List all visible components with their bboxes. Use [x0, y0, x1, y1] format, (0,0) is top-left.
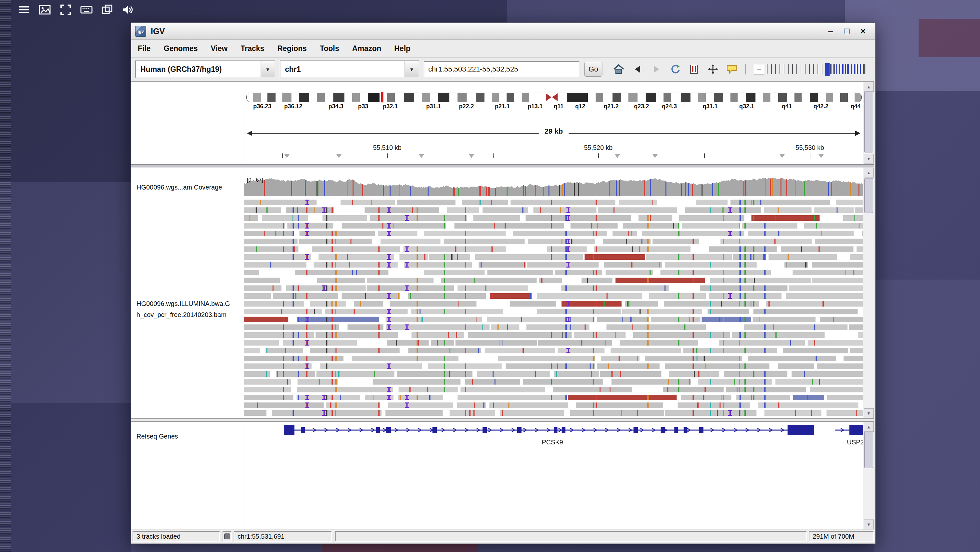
scrollbar-thumb[interactable]	[864, 432, 873, 468]
chromosome-select[interactable]: chr1 ▼	[280, 61, 419, 78]
menu-regions[interactable]: Regions	[277, 44, 307, 53]
region-marker-icon[interactable]	[336, 154, 342, 158]
alignment-track-canvas[interactable]	[244, 199, 863, 417]
zoom-slider[interactable]: −	[754, 63, 866, 76]
go-button[interactable]: Go	[584, 62, 603, 77]
chromosome-band	[706, 93, 714, 102]
back-arrow-icon[interactable]	[630, 62, 645, 77]
keyboard-icon[interactable]	[79, 3, 94, 17]
chromosome-band	[467, 93, 476, 102]
status-position: chr1:55,531,691	[234, 531, 332, 542]
chromosome-band	[352, 93, 360, 102]
region-marker-icon[interactable]	[652, 154, 658, 158]
status-message-box	[335, 531, 807, 542]
menu-bar: File Genomes View Tracks Regions Tools A…	[131, 40, 875, 57]
chromosome-band	[522, 93, 529, 102]
coverage-track-label[interactable]: HG00096.wgs...am Coverage	[137, 182, 222, 193]
chromosome-band	[778, 93, 787, 102]
panel-splitter[interactable]	[131, 164, 874, 168]
fit-to-window-icon[interactable]	[706, 62, 720, 77]
scroll-up-icon[interactable]: ▲	[864, 168, 874, 177]
centromere-icon	[546, 93, 551, 101]
minimize-button[interactable]: –	[824, 26, 837, 37]
chevron-down-icon[interactable]: ▼	[404, 61, 418, 77]
region-marker-icon[interactable]	[818, 154, 824, 158]
ruler-tick-label: 55,520 kb	[584, 144, 612, 152]
refresh-icon[interactable]	[668, 62, 682, 77]
copy-icon[interactable]	[100, 3, 115, 17]
alignment-panel: HG00096.wgs...am Coverage HG00096.wgs.IL…	[131, 168, 874, 419]
forward-arrow-icon[interactable]	[649, 62, 663, 77]
ruler-tick	[387, 153, 388, 158]
define-region-icon[interactable]	[687, 62, 701, 77]
window-title: IGV	[151, 27, 165, 36]
chromosome-band	[267, 93, 275, 102]
fullscreen-icon[interactable]	[59, 3, 73, 17]
region-marker-icon[interactable]	[284, 154, 290, 158]
chromosome-band	[714, 93, 723, 102]
menu-file[interactable]: File	[138, 44, 151, 53]
zoom-out-icon[interactable]: −	[754, 64, 764, 75]
coverage-track-canvas[interactable]	[244, 177, 863, 196]
scroll-up-icon[interactable]: ▲	[864, 82, 874, 92]
menu-tools[interactable]: Tools	[320, 44, 339, 53]
alignment-scrollbar[interactable]: ▲ ▼	[863, 168, 874, 418]
ruler-tick-label: 55,510 kb	[373, 144, 402, 152]
tooltip-bubble-icon[interactable]	[725, 62, 739, 77]
chromosome-band	[422, 93, 430, 102]
chromosome-band	[690, 93, 698, 102]
chromosome-band	[567, 93, 588, 102]
cytoband-label: p33	[358, 103, 368, 110]
menu-view[interactable]: View	[210, 44, 228, 53]
alignment-track-label[interactable]: HG00096.wgs.ILLUMINA.bwa.G h_cov_pcr_fre…	[137, 298, 230, 320]
menu-icon[interactable]	[17, 3, 31, 17]
scrollbar-thumb[interactable]	[864, 92, 873, 153]
menu-genomes[interactable]: Genomes	[164, 44, 198, 53]
title-bar[interactable]: igv IGV – □ ×	[131, 23, 875, 40]
chromosome-band	[484, 93, 492, 102]
menu-tracks[interactable]: Tracks	[240, 44, 264, 53]
scroll-down-icon[interactable]: ▼	[864, 520, 874, 529]
taskbar	[17, 3, 135, 17]
close-button[interactable]: ×	[856, 26, 870, 37]
chevron-down-icon[interactable]: ▼	[261, 61, 275, 77]
zoom-scale[interactable]	[767, 64, 866, 74]
scroll-up-icon[interactable]: ▲	[864, 422, 874, 432]
scroll-down-icon[interactable]: ▼	[864, 408, 874, 418]
zoom-thumb[interactable]	[825, 63, 830, 76]
menu-help[interactable]: Help	[394, 44, 410, 53]
chromosome-band	[756, 93, 763, 102]
chromosome-band	[596, 93, 603, 102]
chromosome-band	[325, 93, 333, 102]
chromosome-band	[253, 93, 261, 102]
maximize-button[interactable]: □	[840, 26, 853, 37]
home-icon[interactable]	[611, 62, 626, 77]
ideogram-scrollbar[interactable]: ▲ ▼	[863, 81, 874, 164]
image-icon[interactable]	[38, 3, 52, 17]
gene-area[interactable]: PCSK9USP24	[244, 422, 863, 530]
scrollbar-thumb[interactable]	[864, 178, 873, 213]
region-marker-icon[interactable]	[779, 154, 785, 158]
region-marker-icon[interactable]	[469, 154, 474, 158]
speaker-icon[interactable]	[121, 3, 135, 17]
gene-track-canvas[interactable]	[244, 422, 863, 440]
gene-scrollbar[interactable]: ▲ ▼	[863, 422, 874, 530]
region-marker-icon[interactable]	[614, 154, 620, 158]
scroll-down-icon[interactable]: ▼	[864, 154, 874, 164]
region-marker-icon[interactable]	[418, 154, 424, 158]
background-patch	[919, 19, 980, 57]
status-memory[interactable]: 291M of 700M	[809, 531, 874, 542]
chromosome-band	[438, 93, 449, 102]
ideogram-panel: p36.23p36.12p34.3p33p32.1p31.1p22.2p21.1…	[131, 81, 874, 164]
centromere-icon	[552, 93, 558, 101]
ideogram-area[interactable]: p36.23p36.12p34.3p33p32.1p31.1p22.2p21.1…	[244, 81, 863, 164]
chromosome-band	[612, 93, 621, 102]
refseq-track-label[interactable]: Refseq Genes	[137, 431, 178, 442]
locus-input[interactable]	[424, 61, 580, 77]
menu-amazon[interactable]: Amazon	[352, 44, 381, 53]
status-icon-box[interactable]	[223, 531, 232, 542]
cytoband-label: p13.1	[528, 103, 542, 110]
cytoband-label: q24.3	[662, 103, 677, 110]
genome-select[interactable]: Human (GRCh37/hg19) ▼	[135, 61, 275, 78]
chromosome-band	[333, 93, 344, 102]
